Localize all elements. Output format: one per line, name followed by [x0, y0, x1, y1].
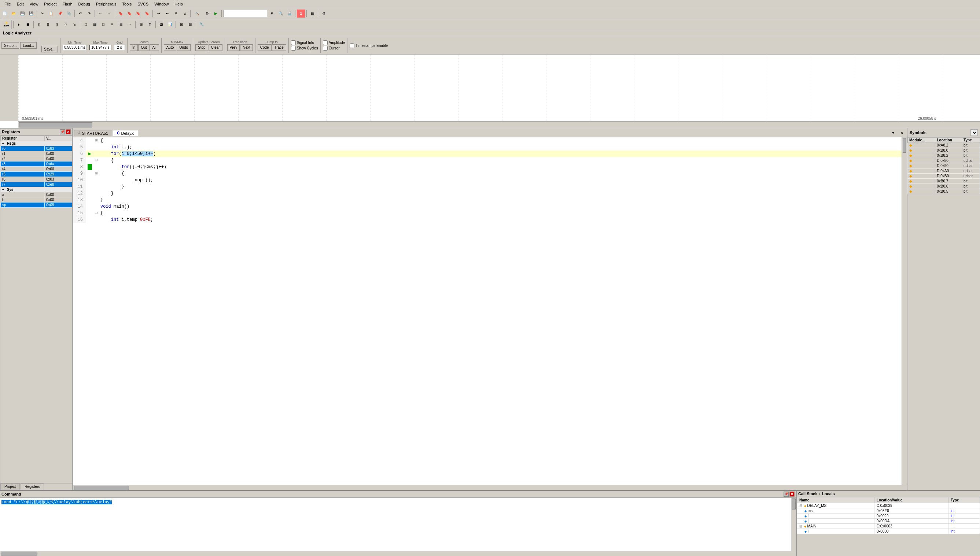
la-trace-btn[interactable]: Trace: [272, 44, 286, 51]
settings-btn[interactable]: ⚙: [319, 10, 328, 18]
indent-btn[interactable]: ⇥: [154, 10, 162, 18]
cut-btn[interactable]: ✂: [39, 10, 47, 18]
la-undo-btn[interactable]: Undo: [177, 44, 191, 51]
gpio-input[interactable]: GPIOMode_TypeDef: [223, 10, 267, 17]
logic-btn[interactable]: ~: [126, 21, 134, 29]
save-btn[interactable]: 💾: [18, 10, 26, 18]
la-timestamps-check[interactable]: [350, 43, 355, 48]
command-scrollbar-thumb[interactable]: [792, 498, 796, 509]
la-auto-btn[interactable]: Auto: [164, 44, 177, 51]
command-scrollbar-h-thumb[interactable]: [1, 551, 37, 556]
menu-file[interactable]: File: [2, 1, 14, 7]
la-cycles-check[interactable]: [291, 46, 296, 50]
grid-btn[interactable]: ⊞: [177, 21, 185, 29]
la-setup-btn[interactable]: Setup...: [2, 42, 19, 49]
debug-btn[interactable]: ▶: [212, 10, 220, 18]
save-all-btn[interactable]: 💾: [27, 10, 35, 18]
gpio-dropdown[interactable]: ▼: [268, 10, 276, 18]
tab-close-btn[interactable]: ✕: [898, 129, 906, 137]
close-panel-icon[interactable]: ✕: [66, 129, 71, 134]
inspector-btn[interactable]: 🔬: [285, 10, 293, 18]
copy-btn[interactable]: 📋: [47, 10, 55, 18]
paste2-btn[interactable]: 📎: [65, 10, 73, 18]
nav-fwd-btn[interactable]: →: [105, 10, 113, 18]
line-fold-4[interactable]: ⊟: [94, 137, 99, 144]
la-signal-check[interactable]: [291, 40, 296, 45]
la-zoom-in-btn[interactable]: In: [130, 44, 138, 51]
code-scrollbar-thumb[interactable]: [903, 138, 906, 153]
menu-project[interactable]: Project: [41, 1, 59, 7]
la-next-btn[interactable]: Next: [240, 44, 253, 51]
tab-project[interactable]: Project: [0, 483, 20, 490]
sys-btn[interactable]: ⚙: [146, 21, 154, 29]
uncomment-btn[interactable]: \\: [181, 10, 189, 18]
nav-back-btn[interactable]: ←: [96, 10, 104, 18]
command-pin-icon[interactable]: 📌: [784, 491, 789, 497]
watch-btn[interactable]: □: [99, 21, 107, 29]
code-scrollbar-v[interactable]: [902, 137, 907, 485]
line-fold-7[interactable]: ⊟: [94, 157, 99, 164]
callstack-scroll[interactable]: Name Location/Value Type ⊟ ◆ DELAY_MS: [797, 497, 980, 556]
line-fold-9[interactable]: ⊟: [94, 170, 99, 177]
rst-btn[interactable]: ⚡ RST: [1, 20, 12, 29]
tab-startup[interactable]: A STARTUP.A51: [74, 130, 112, 136]
la-load-btn[interactable]: Load...: [20, 42, 37, 49]
mem-btn[interactable]: ▦: [91, 21, 99, 29]
waveform-scrollbar-thumb[interactable]: [19, 122, 92, 128]
img2-btn[interactable]: 📊: [166, 21, 174, 29]
cs-minus-main-icon[interactable]: ⊟: [799, 524, 802, 528]
pin-icon[interactable]: 📌: [60, 129, 65, 134]
command-content[interactable]: Load "F:\\单片机与嵌入式\\Delay\\Objects\\Delay…: [0, 498, 791, 551]
la-clear-btn[interactable]: Clear: [209, 44, 222, 51]
undo-btn[interactable]: ↶: [76, 10, 84, 18]
brace4-btn[interactable]: {}: [62, 21, 70, 29]
la-zoom-all-btn[interactable]: All: [150, 44, 159, 51]
la-amplitude-check[interactable]: [323, 40, 328, 45]
build-btn[interactable]: 🔨: [192, 10, 202, 18]
tab-arrow-btn[interactable]: ▼: [889, 129, 897, 137]
tools2-btn[interactable]: 🔧: [198, 21, 206, 29]
menu-debug[interactable]: Debug: [76, 1, 93, 7]
la-zoom-out-btn[interactable]: Out: [138, 44, 149, 51]
menu-flash[interactable]: Flash: [60, 1, 76, 7]
paste-btn[interactable]: 📌: [56, 10, 64, 18]
bookmark-btn[interactable]: 🔖: [117, 10, 125, 18]
ext-btn[interactable]: ⊞: [137, 21, 145, 29]
brace2-btn[interactable]: {}: [44, 21, 52, 29]
la-save-btn[interactable]: Save...: [41, 46, 58, 52]
perf-btn[interactable]: ⊞: [117, 21, 125, 29]
la-code-btn[interactable]: Code: [258, 44, 272, 51]
brace1-btn[interactable]: {}: [35, 21, 43, 29]
symbols-dropdown[interactable]: ▼: [970, 129, 978, 136]
registers-scroll[interactable]: Register V... − Regs: [0, 136, 72, 483]
build2-btn[interactable]: ⚙: [203, 10, 211, 18]
symbols-scroll[interactable]: Module... Location Type ◆ 0xA8.2 bit ◆: [907, 137, 980, 490]
bookmark3-btn[interactable]: 🔖: [134, 10, 142, 18]
menu-svcs[interactable]: SVCS: [134, 1, 151, 7]
tab-registers[interactable]: Registers: [21, 483, 44, 490]
line-fold-15[interactable]: ⊟: [94, 210, 99, 217]
menu-tools[interactable]: Tools: [120, 1, 135, 7]
stop-btn[interactable]: ⏹: [24, 21, 32, 29]
img-btn[interactable]: 🖼: [157, 21, 165, 29]
menu-view[interactable]: View: [27, 1, 41, 7]
menu-edit[interactable]: Edit: [14, 1, 27, 7]
command-close-icon[interactable]: ✕: [789, 491, 795, 497]
brace3-btn[interactable]: {}: [53, 21, 61, 29]
sys-minus-icon[interactable]: −: [2, 187, 5, 192]
comment-btn[interactable]: //: [172, 10, 180, 18]
open-btn[interactable]: 📂: [10, 10, 18, 18]
disasm-btn[interactable]: □: [82, 21, 90, 29]
new-btn[interactable]: 📄: [1, 10, 9, 18]
search-all-btn[interactable]: 🔍: [277, 10, 285, 18]
grid2-btn[interactable]: ⊟: [186, 21, 194, 29]
code-content[interactable]: 4 ⊟ { 5 int i,j; 6: [73, 137, 902, 485]
step-into-btn[interactable]: ↘: [70, 21, 78, 29]
la-prev-btn[interactable]: Prev: [227, 44, 240, 51]
menu-help[interactable]: Help: [172, 1, 186, 7]
la-cursor-check[interactable]: [323, 46, 328, 50]
find-btn[interactable]: Q: [297, 10, 305, 18]
la-stop-btn[interactable]: Stop: [195, 44, 208, 51]
layout-btn[interactable]: ▦: [308, 10, 316, 18]
minus-icon[interactable]: −: [2, 141, 5, 145]
